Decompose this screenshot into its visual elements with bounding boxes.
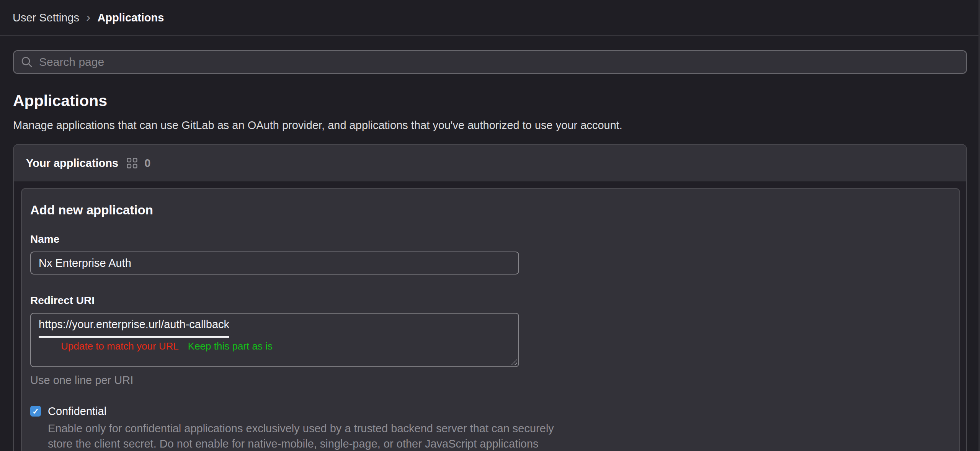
page-title: Applications	[13, 92, 967, 110]
redirect-uri-textarea[interactable]: https://your.enterprise.url/auth-callbac…	[30, 313, 519, 367]
confidential-row: ✓ Confidential	[30, 405, 950, 418]
redirect-uri-host-part: https://your.enterprise.url	[39, 318, 161, 338]
add-application-card: Add new application Name Redirect URI ht…	[21, 188, 960, 451]
your-applications-section: Your applications 0 Add new application …	[13, 144, 967, 451]
applications-count-badge: 0	[144, 157, 150, 170]
name-label: Name	[30, 232, 950, 246]
application-name-input[interactable]	[30, 252, 519, 275]
annotation-update-url: Update to match your URL	[61, 340, 179, 352]
search-input[interactable]: Search page	[13, 50, 967, 74]
breadcrumb-bar: User Settings › Applications	[0, 0, 980, 36]
chevron-right-icon: ›	[86, 11, 90, 23]
confidential-description: Enable only for confidential application…	[48, 421, 563, 451]
your-applications-header: Your applications 0	[14, 145, 966, 182]
redirect-uri-helper: Use one line per URI	[30, 373, 950, 387]
scrollbar[interactable]	[978, 0, 980, 451]
redirect-uri-path-part: /auth-callback	[161, 318, 229, 338]
add-application-title: Add new application	[30, 202, 950, 219]
page-description: Manage applications that can use GitLab …	[13, 118, 967, 132]
textarea-resize-grip[interactable]	[511, 359, 517, 365]
breadcrumb-user-settings[interactable]: User Settings	[13, 11, 79, 24]
your-applications-title: Your applications	[26, 155, 118, 171]
confidential-checkbox[interactable]: ✓	[30, 406, 41, 417]
redirect-uri-annotations: Update to match your URL Keep this part …	[39, 340, 511, 352]
confidential-label[interactable]: Confidential	[48, 405, 106, 418]
your-applications-body: Add new application Name Redirect URI ht…	[14, 182, 966, 451]
redirect-uri-value: https://your.enterprise.url/auth-callbac…	[39, 318, 511, 338]
annotation-keep-part: Keep this part as is	[188, 340, 273, 352]
main-content: Search page Applications Manage applicat…	[0, 50, 980, 451]
search-placeholder: Search page	[39, 56, 104, 69]
breadcrumb: User Settings › Applications	[13, 11, 164, 24]
breadcrumb-applications: Applications	[97, 11, 164, 24]
apps-grid-icon	[127, 158, 137, 168]
search-icon	[21, 56, 33, 68]
redirect-uri-label: Redirect URI	[30, 294, 950, 307]
